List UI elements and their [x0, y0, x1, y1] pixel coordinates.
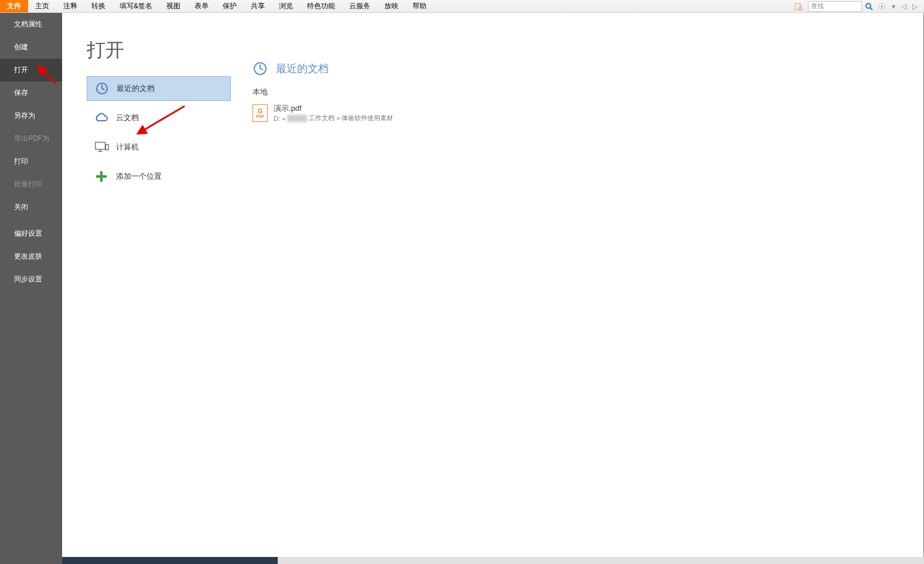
- content-area: 打开 最近的文档 云文档 计算机: [62, 13, 924, 564]
- file-sidebar: 文档属性 创建 打开 保存 另存为 导出PDF为 打印 批量打印 关闭 偏好设置…: [0, 13, 62, 564]
- svg-line-4: [870, 8, 872, 10]
- menu-tab-slideshow[interactable]: 放映: [377, 0, 405, 12]
- menu-tab-cloud[interactable]: 云服务: [342, 0, 377, 12]
- computer-icon: [94, 140, 109, 155]
- sidebar-item-save[interactable]: 保存: [0, 81, 62, 104]
- menu-tab-form[interactable]: 表单: [187, 0, 216, 12]
- menu-tab-share[interactable]: 共享: [244, 0, 272, 12]
- gear-icon[interactable]: [876, 2, 888, 11]
- sidebar-item-exportpdf: 导出PDF为: [0, 127, 62, 150]
- menu-tab-convert[interactable]: 转换: [84, 0, 112, 12]
- svg-rect-10: [96, 142, 105, 150]
- svg-rect-15: [96, 175, 107, 178]
- location-computer[interactable]: 计算机: [87, 135, 231, 159]
- svg-line-2: [802, 9, 803, 11]
- main-header: 最近的文档: [253, 61, 923, 76]
- location-cloud[interactable]: 云文档: [87, 106, 231, 130]
- file-path: D: » xxxx 工作文档 » 体验软件使用素材: [274, 114, 393, 123]
- search-input[interactable]: 查找: [808, 1, 862, 12]
- nav-prev-icon[interactable]: ◁: [899, 2, 908, 11]
- status-bar: [62, 557, 924, 564]
- clock-icon: [94, 81, 110, 96]
- sidebar-item-batchprint: 批量打印: [0, 173, 62, 196]
- menu-tab-browse[interactable]: 浏览: [272, 0, 300, 12]
- sidebar-item-docprops[interactable]: 文档属性: [0, 13, 62, 36]
- sidebar-item-create[interactable]: 创建: [0, 36, 62, 59]
- location-cloud-label: 云文档: [116, 113, 139, 123]
- find-pdf-icon[interactable]: [792, 2, 806, 11]
- location-computer-label: 计算机: [116, 142, 139, 152]
- menu-tab-feature[interactable]: 特色功能: [300, 0, 342, 12]
- main-title: 最近的文档: [276, 62, 329, 76]
- sidebar-item-skin[interactable]: 更改皮肤: [0, 245, 62, 268]
- file-info: 演示.pdf D: » xxxx 工作文档 » 体验软件使用素材: [274, 103, 393, 123]
- recent-file-row[interactable]: GPDF 演示.pdf D: » xxxx 工作文档 » 体验软件使用素材: [253, 101, 923, 125]
- cloud-icon: [94, 110, 109, 125]
- file-name: 演示.pdf: [274, 103, 393, 114]
- svg-point-6: [881, 5, 883, 7]
- menubar: 文件 主页 注释 转换 填写&签名 视图 表单 保护 共享 浏览 特色功能 云服…: [0, 0, 924, 13]
- main-panel: 最近的文档 本地 GPDF 演示.pdf D: » xxxx 工作文档 » 体验…: [229, 13, 923, 563]
- svg-rect-11: [105, 144, 108, 150]
- page-title: 打开: [87, 38, 229, 63]
- menu-tab-annotate[interactable]: 注释: [56, 0, 84, 12]
- menu-tab-protect[interactable]: 保护: [216, 0, 244, 12]
- gear-dropdown-icon[interactable]: ▾: [890, 2, 897, 11]
- location-add[interactable]: 添加一个位置: [87, 164, 231, 189]
- sidebar-item-saveas[interactable]: 另存为: [0, 104, 62, 127]
- svg-line-9: [102, 89, 104, 90]
- section-local-label: 本地: [253, 87, 923, 97]
- open-locations-panel: 打开 最近的文档 云文档 计算机: [62, 13, 229, 563]
- sidebar-item-sync[interactable]: 同步设置: [0, 268, 62, 291]
- menu-tab-view[interactable]: 视图: [159, 0, 187, 12]
- sidebar-item-print[interactable]: 打印: [0, 150, 62, 173]
- location-recent-label: 最近的文档: [117, 83, 155, 94]
- menu-tab-fillsign[interactable]: 填写&签名: [112, 0, 159, 12]
- menu-tab-home[interactable]: 主页: [28, 0, 56, 12]
- sidebar-item-preferences[interactable]: 偏好设置: [0, 222, 62, 245]
- pdf-file-icon: GPDF: [253, 104, 268, 122]
- location-recent[interactable]: 最近的文档: [87, 76, 231, 101]
- menu-tab-help[interactable]: 帮助: [405, 0, 434, 12]
- plus-icon: [94, 169, 109, 184]
- clock-icon: [253, 61, 268, 76]
- svg-line-18: [260, 69, 263, 70]
- sidebar-item-close[interactable]: 关闭: [0, 196, 62, 219]
- menubar-right-tools: 查找 ▾ ◁ ▷: [792, 0, 924, 12]
- svg-point-3: [866, 4, 871, 8]
- location-add-label: 添加一个位置: [116, 171, 162, 182]
- nav-next-icon[interactable]: ▷: [911, 2, 919, 11]
- search-icon[interactable]: [864, 2, 874, 11]
- menu-tab-file[interactable]: 文件: [0, 0, 28, 12]
- sidebar-item-open[interactable]: 打开: [0, 59, 62, 81]
